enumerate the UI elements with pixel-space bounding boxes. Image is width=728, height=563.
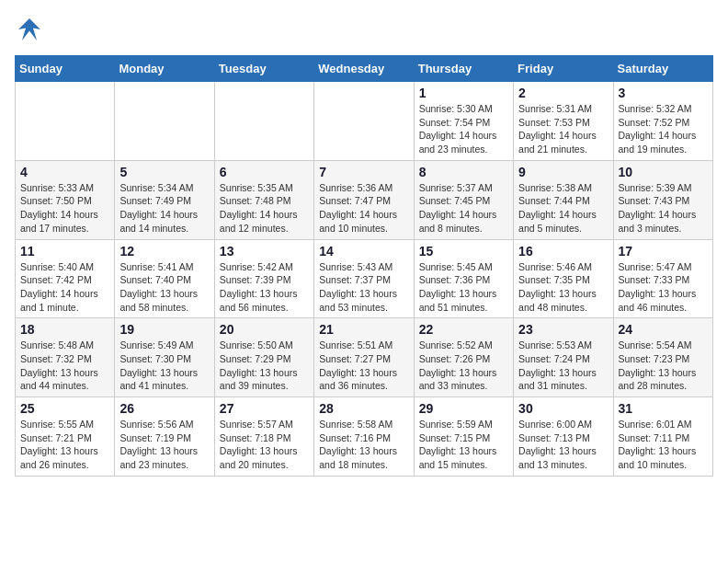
- weekday-header-row: SundayMondayTuesdayWednesdayThursdayFrid…: [16, 56, 713, 82]
- daylight: Daylight: 14 hours and 23 minutes.: [419, 130, 497, 155]
- calendar-cell: [115, 82, 214, 161]
- day-info: Sunrise: 5:33 AM Sunset: 7:50 PM Dayligh…: [20, 181, 109, 236]
- daylight: Daylight: 13 hours and 56 minutes.: [220, 288, 298, 313]
- sunset: Sunset: 7:16 PM: [319, 432, 391, 443]
- sunset: Sunset: 7:26 PM: [419, 353, 491, 364]
- calendar-week-1: 1 Sunrise: 5:30 AM Sunset: 7:54 PM Dayli…: [16, 82, 713, 161]
- sunset: Sunset: 7:40 PM: [119, 274, 191, 285]
- day-number: 20: [220, 322, 309, 337]
- calendar-cell: 28 Sunrise: 5:58 AM Sunset: 7:16 PM Dayl…: [314, 397, 414, 477]
- sunrise: Sunrise: 5:52 AM: [419, 339, 493, 350]
- sunset: Sunset: 7:15 PM: [419, 432, 491, 443]
- sunrise: Sunrise: 5:55 AM: [20, 419, 94, 430]
- sunrise: Sunrise: 5:39 AM: [619, 182, 692, 193]
- calendar-cell: 27 Sunrise: 5:57 AM Sunset: 7:18 PM Dayl…: [214, 397, 313, 477]
- calendar-cell: 23 Sunrise: 5:53 AM Sunset: 7:24 PM Dayl…: [514, 318, 613, 397]
- sunset: Sunset: 7:50 PM: [20, 195, 92, 206]
- weekday-header-wednesday: Wednesday: [314, 56, 414, 82]
- weekday-header-monday: Monday: [115, 56, 214, 82]
- weekday-header-tuesday: Tuesday: [214, 56, 313, 82]
- daylight: Daylight: 13 hours and 36 minutes.: [319, 367, 397, 392]
- daylight: Daylight: 14 hours and 8 minutes.: [419, 209, 497, 234]
- sunrise: Sunrise: 5:35 AM: [220, 182, 293, 193]
- day-number: 28: [319, 401, 408, 416]
- calendar-cell: 9 Sunrise: 5:38 AM Sunset: 7:44 PM Dayli…: [514, 160, 613, 239]
- sunrise: Sunrise: 5:41 AM: [119, 261, 193, 272]
- daylight: Daylight: 13 hours and 20 minutes.: [220, 445, 298, 470]
- weekday-header-friday: Friday: [514, 56, 613, 82]
- calendar-cell: 12 Sunrise: 5:41 AM Sunset: 7:40 PM Dayl…: [115, 239, 214, 318]
- sunrise: Sunrise: 5:43 AM: [319, 261, 392, 272]
- daylight: Daylight: 14 hours and 17 minutes.: [20, 209, 98, 234]
- calendar-cell: 31 Sunrise: 6:01 AM Sunset: 7:11 PM Dayl…: [613, 397, 712, 477]
- daylight: Daylight: 13 hours and 31 minutes.: [518, 367, 597, 392]
- day-number: 5: [119, 165, 209, 179]
- calendar-cell: 25 Sunrise: 5:55 AM Sunset: 7:21 PM Dayl…: [16, 397, 115, 477]
- day-number: 26: [119, 401, 209, 416]
- calendar-cell: 14 Sunrise: 5:43 AM Sunset: 7:37 PM Dayl…: [314, 239, 414, 318]
- daylight: Daylight: 13 hours and 44 minutes.: [20, 367, 98, 392]
- sunset: Sunset: 7:49 PM: [119, 195, 191, 206]
- day-number: 11: [20, 244, 109, 259]
- day-info: Sunrise: 5:34 AM Sunset: 7:49 PM Dayligh…: [119, 181, 209, 236]
- day-info: Sunrise: 5:42 AM Sunset: 7:39 PM Dayligh…: [220, 260, 309, 315]
- calendar-cell: 11 Sunrise: 5:40 AM Sunset: 7:42 PM Dayl…: [16, 239, 115, 318]
- sunset: Sunset: 7:30 PM: [119, 353, 191, 364]
- daylight: Daylight: 14 hours and 5 minutes.: [518, 209, 597, 234]
- day-number: 31: [619, 401, 708, 416]
- day-info: Sunrise: 5:51 AM Sunset: 7:27 PM Dayligh…: [319, 339, 408, 393]
- day-info: Sunrise: 5:40 AM Sunset: 7:42 PM Dayligh…: [20, 260, 109, 315]
- daylight: Daylight: 13 hours and 33 minutes.: [419, 367, 497, 392]
- day-info: Sunrise: 5:56 AM Sunset: 7:19 PM Dayligh…: [119, 418, 209, 472]
- daylight: Daylight: 13 hours and 51 minutes.: [419, 288, 497, 313]
- day-info: Sunrise: 5:41 AM Sunset: 7:40 PM Dayligh…: [119, 260, 209, 315]
- weekday-header-sunday: Sunday: [16, 56, 115, 82]
- sunrise: Sunrise: 5:50 AM: [220, 339, 293, 350]
- sunrise: Sunrise: 5:53 AM: [518, 339, 592, 350]
- day-info: Sunrise: 5:35 AM Sunset: 7:48 PM Dayligh…: [220, 181, 309, 236]
- sunset: Sunset: 7:52 PM: [619, 117, 690, 128]
- sunset: Sunset: 7:35 PM: [518, 274, 590, 285]
- day-info: Sunrise: 5:36 AM Sunset: 7:47 PM Dayligh…: [319, 181, 408, 236]
- day-info: Sunrise: 5:43 AM Sunset: 7:37 PM Dayligh…: [319, 260, 408, 315]
- sunrise: Sunrise: 5:30 AM: [419, 103, 493, 114]
- sunrise: Sunrise: 5:59 AM: [419, 419, 493, 430]
- calendar-cell: 15 Sunrise: 5:45 AM Sunset: 7:36 PM Dayl…: [414, 239, 513, 318]
- day-number: 7: [319, 165, 408, 179]
- day-info: Sunrise: 5:46 AM Sunset: 7:35 PM Dayligh…: [518, 260, 608, 315]
- day-number: 10: [619, 165, 708, 179]
- daylight: Daylight: 13 hours and 18 minutes.: [319, 445, 397, 470]
- sunrise: Sunrise: 5:38 AM: [518, 182, 592, 193]
- sunset: Sunset: 7:53 PM: [518, 117, 590, 128]
- sunset: Sunset: 7:47 PM: [319, 195, 391, 206]
- sunset: Sunset: 7:39 PM: [220, 274, 291, 285]
- day-number: 2: [518, 86, 608, 100]
- sunset: Sunset: 7:44 PM: [518, 195, 590, 206]
- sunrise: Sunrise: 5:46 AM: [518, 261, 592, 272]
- sunrise: Sunrise: 5:49 AM: [119, 339, 193, 350]
- day-info: Sunrise: 5:31 AM Sunset: 7:53 PM Dayligh…: [518, 102, 608, 156]
- sunset: Sunset: 7:27 PM: [319, 353, 391, 364]
- day-info: Sunrise: 6:00 AM Sunset: 7:13 PM Dayligh…: [518, 418, 608, 472]
- sunrise: Sunrise: 5:42 AM: [220, 261, 293, 272]
- sunrise: Sunrise: 5:47 AM: [619, 261, 692, 272]
- day-number: 22: [419, 322, 508, 337]
- day-number: 3: [619, 86, 708, 100]
- daylight: Daylight: 14 hours and 14 minutes.: [119, 209, 198, 234]
- sunset: Sunset: 7:18 PM: [220, 432, 291, 443]
- daylight: Daylight: 13 hours and 26 minutes.: [20, 445, 98, 470]
- calendar-cell: 8 Sunrise: 5:37 AM Sunset: 7:45 PM Dayli…: [414, 160, 513, 239]
- logo-icon: [15, 15, 44, 44]
- daylight: Daylight: 13 hours and 46 minutes.: [619, 288, 697, 313]
- day-number: 21: [319, 322, 408, 337]
- sunset: Sunset: 7:43 PM: [619, 195, 690, 206]
- day-number: 13: [220, 244, 309, 259]
- sunrise: Sunrise: 6:01 AM: [619, 419, 692, 430]
- calendar-cell: 7 Sunrise: 5:36 AM Sunset: 7:47 PM Dayli…: [314, 160, 414, 239]
- sunrise: Sunrise: 5:56 AM: [119, 419, 193, 430]
- day-number: 9: [518, 165, 608, 179]
- calendar-week-4: 18 Sunrise: 5:48 AM Sunset: 7:32 PM Dayl…: [16, 318, 713, 397]
- calendar-cell: 16 Sunrise: 5:46 AM Sunset: 7:35 PM Dayl…: [514, 239, 613, 318]
- sunset: Sunset: 7:37 PM: [319, 274, 391, 285]
- daylight: Daylight: 13 hours and 13 minutes.: [518, 445, 597, 470]
